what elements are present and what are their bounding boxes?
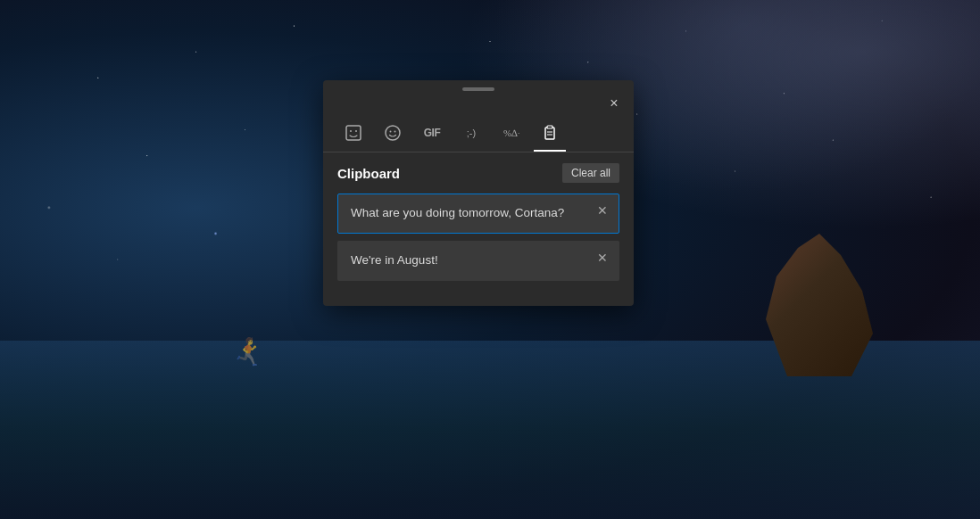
panel-tabs: GIF ;-) %∆+ (323, 116, 634, 152)
clipboard-item-2-text: We're in August! (351, 253, 438, 267)
close-button[interactable]: × (602, 91, 627, 116)
clipboard-item-1-close[interactable]: ✕ (594, 202, 611, 219)
svg-text:%∆+: %∆+ (503, 128, 519, 138)
tab-gif[interactable]: GIF (416, 119, 448, 152)
clear-all-button[interactable]: Clear all (562, 163, 619, 183)
svg-rect-8 (547, 126, 552, 128)
tab-emoji[interactable] (377, 119, 409, 152)
tab-clipboard[interactable] (534, 119, 566, 152)
clipboard-title: Clipboard (337, 166, 400, 181)
svg-point-2 (355, 130, 357, 132)
clipboard-header: Clipboard Clear all (337, 163, 619, 183)
svg-point-3 (386, 126, 400, 140)
tab-kaomoji[interactable]: ;-) (455, 119, 487, 152)
running-figure: 🏃 (232, 336, 265, 367)
drag-handle (462, 87, 494, 91)
svg-point-5 (394, 131, 396, 133)
tab-kaomoji-face[interactable] (337, 119, 370, 152)
clipboard-item-1-text: What are you doing tomorrow, Cortana? (351, 206, 564, 219)
clipboard-item-2[interactable]: We're in August! ✕ (337, 241, 619, 281)
svg-point-4 (390, 131, 392, 133)
clipboard-item-2-close[interactable]: ✕ (594, 249, 611, 267)
clipboard-item-1[interactable]: What are you doing tomorrow, Cortana? ✕ (337, 194, 619, 234)
svg-point-1 (350, 130, 352, 132)
emoji-clipboard-panel: × GIF ;-) %∆+ (323, 80, 634, 306)
tab-symbols[interactable]: %∆+ (494, 119, 527, 152)
panel-content: Clipboard Clear all What are you doing t… (323, 152, 634, 281)
close-row: × (323, 91, 634, 116)
svg-rect-7 (545, 128, 554, 139)
svg-rect-0 (346, 126, 361, 140)
